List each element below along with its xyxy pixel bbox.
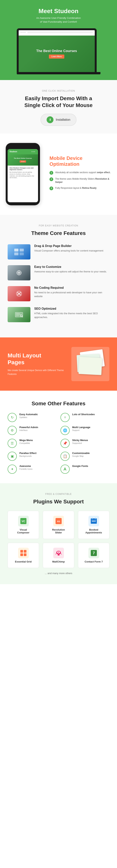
svg-point-37 <box>58 552 59 552</box>
phone-content-title: How Studeon Changes Lives and Improves C… <box>9 167 36 170</box>
easy-updates-text: Easy Automatic Updates <box>20 413 38 418</box>
browser-dot-1 <box>21 32 22 33</box>
mobile-feature-1: 1 Absolutely all scrollable sections sup… <box>50 171 111 175</box>
feature-text-seo: SEO Optimized HTML code integrated into … <box>34 307 109 319</box>
screen-main-text: The Best Online Courses Learn More <box>36 49 77 59</box>
plugins-heading: Plugins We Support <box>8 498 109 505</box>
sticky-menus-icon: 📌 <box>60 439 70 448</box>
svg-rect-3 <box>20 252 24 255</box>
plugin-name-vc: VisualComposer <box>17 528 29 534</box>
feature-image-drag-drop <box>8 244 30 259</box>
mobile-feature-text-3: Fully Responsive layout & Retina Ready <box>55 186 96 190</box>
svg-rect-32 <box>20 553 23 556</box>
multilang-title: Multi Language <box>72 426 90 429</box>
mobile-feature-2: 2 The theme uses Mobile-friendly Sliders… <box>50 177 111 184</box>
sticky-menus-sub: Supported <box>72 442 88 444</box>
svg-text:VC: VC <box>22 520 25 523</box>
phone-banner: The Best Online Courses Enroll <box>8 154 38 165</box>
other-features-section: Some Other Features ↻ Easy Automatic Upd… <box>0 391 117 483</box>
easy-updates-title: Easy Automatic <box>20 413 38 416</box>
feature-grid-sticky-menus: 📌 Sticky Menus Supported <box>60 439 110 448</box>
feature-desc-drag-drop: Visual Composer offers amazing tools for… <box>34 249 109 253</box>
customize-svg <box>13 269 25 277</box>
admin-title: Powerful Admin <box>20 426 38 429</box>
sticky-menus-title: Sticky Menus <box>72 439 88 442</box>
feature-title-no-coding: No Coding Required <box>34 286 109 289</box>
feature-text-customize: Easy to Customize Awesome easy-to-use op… <box>34 265 109 274</box>
feature-img-coding <box>8 286 30 301</box>
booked-svg <box>90 517 97 525</box>
mobile-feature-3: 3 Fully Responsive layout & Retina Ready <box>50 186 111 190</box>
google-fonts-text: Google Fonts <box>72 465 88 468</box>
feature-title-customize: Easy to Customize <box>34 265 109 269</box>
feature-grid-megamenu: ☰ Mega Menu Compatible <box>8 439 57 448</box>
fontello-title: Awesome <box>20 465 32 467</box>
easy-updates-icon: ↻ <box>8 413 17 422</box>
feature-image-no-coding <box>8 286 30 301</box>
svg-line-40 <box>61 553 62 555</box>
plugin-card-booked: BookedAppointments <box>78 511 109 539</box>
browser-dot-2 <box>23 32 24 33</box>
screen-content: The Best Online Courses Learn More <box>19 35 95 72</box>
feature-grid-shortcodes: ⌗ Lots of Shortcodes <box>60 413 110 422</box>
plugin-name-rev: RevolutionSlider <box>52 528 65 534</box>
feature-grid-easy-updates: ↻ Easy Automatic Updates <box>8 413 57 422</box>
theme-features-label: For Easy Website Creation <box>8 224 109 227</box>
laptop-screen: The Best Online Courses Learn More <box>19 30 95 72</box>
feature-item-customize: Easy to Customize Awesome easy-to-use op… <box>8 265 109 280</box>
seo-svg <box>13 310 25 319</box>
hero-section: Meet Studeon An Awesome User-Friendly Co… <box>0 0 117 80</box>
feature-desc-customize: Awesome easy-to-use options will adjust … <box>34 270 109 274</box>
plugin-card-vc: VC VisualComposer <box>8 511 39 539</box>
parallax-sub: Backgrounds <box>20 455 36 457</box>
feature-text-drag-drop: Drag & Drop Page Builder Visual Composer… <box>34 244 109 253</box>
svg-rect-2 <box>14 252 19 255</box>
feature-image-seo <box>8 307 30 322</box>
phone-banner-text: The Best Online Courses <box>9 157 36 159</box>
nav-dot-2 <box>33 151 34 152</box>
google-map-title: Customizeable <box>72 452 90 455</box>
installation-button[interactable]: ⬇ Installation <box>40 114 77 126</box>
admin-icon: ⚙ <box>8 426 17 435</box>
cf7-svg: 7 <box>90 549 97 557</box>
plugin-name-eg: Essential Grid <box>15 560 32 563</box>
feature-img-seo <box>8 307 30 322</box>
feature-num-3: 3 <box>50 186 53 190</box>
svg-point-9 <box>18 272 20 274</box>
browser-dot-3 <box>24 32 26 33</box>
svg-rect-1 <box>20 249 24 251</box>
sticky-menus-text: Sticky Menus Supported <box>72 439 88 444</box>
svg-rect-30 <box>20 550 23 553</box>
browser-address-bar <box>27 31 93 33</box>
one-click-label: One Click Installation <box>8 90 109 92</box>
phone-logo: Studeon <box>9 151 17 153</box>
svg-rect-24 <box>92 518 93 519</box>
feature-desc-no-coding: No need to be a professional web develop… <box>34 291 109 298</box>
one-click-section: One Click Installation Easily Import Dem… <box>0 80 117 133</box>
google-fonts-title: Google Fonts <box>72 465 88 467</box>
fontello-sub: Fontello Icons <box>20 468 32 470</box>
page-card-3 <box>79 357 103 375</box>
screen-cta-btn: Learn More <box>49 55 64 59</box>
svg-rect-25 <box>95 518 96 519</box>
svg-text:RS: RS <box>57 520 60 523</box>
multilang-text: Multi Language Support <box>72 426 90 431</box>
svg-rect-38 <box>58 555 60 556</box>
feature-grid-admin: ⚙ Powerful Admin Interface <box>8 426 57 435</box>
plugins-grid: VC VisualComposer RS RevolutionSlider <box>8 511 109 568</box>
google-map-icon: 📋 <box>60 452 70 461</box>
rev-svg: RS <box>55 517 62 525</box>
eg-svg <box>20 549 27 557</box>
parallax-icon: ▣ <box>8 452 17 461</box>
feature-grid-multilang: 🌐 Multi Language Support <box>60 426 110 435</box>
other-features-heading: Some Other Features <box>8 400 109 407</box>
svg-rect-31 <box>24 550 26 553</box>
megamenu-text: Mega Menu Compatible <box>20 439 33 444</box>
svg-text:7: 7 <box>93 551 95 555</box>
multi-layout-content: Multi Layout Pages We create Several Uni… <box>8 352 66 376</box>
phone-screen: Studeon The Best Online Courses Enroll H… <box>8 149 38 202</box>
pages-stack <box>75 351 106 377</box>
feature-grid-google-map: 📋 Customizeable Google Map <box>60 452 110 461</box>
fontello-text: Awesome Fontello Icons <box>20 465 32 470</box>
mc-svg <box>55 549 62 557</box>
